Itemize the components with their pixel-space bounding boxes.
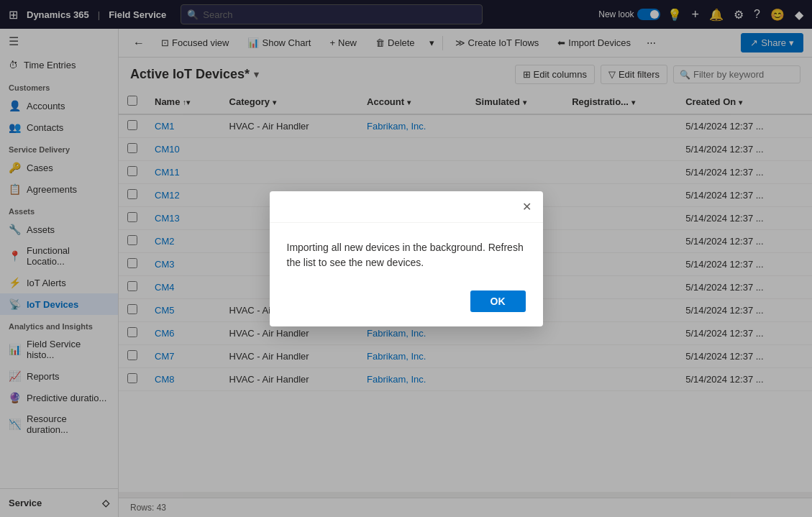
modal-dialog: ✕ Importing all new devices in the backg… [270, 191, 543, 326]
modal-header: ✕ [270, 191, 543, 223]
modal-body: Importing all new devices in the backgro… [270, 223, 543, 282]
modal-ok-button[interactable]: OK [470, 290, 526, 312]
modal-footer: OK [270, 282, 543, 326]
modal-close-button[interactable]: ✕ [519, 197, 534, 216]
modal-overlay[interactable]: ✕ Importing all new devices in the backg… [0, 0, 812, 517]
modal-message: Importing all new devices in the backgro… [287, 240, 526, 270]
